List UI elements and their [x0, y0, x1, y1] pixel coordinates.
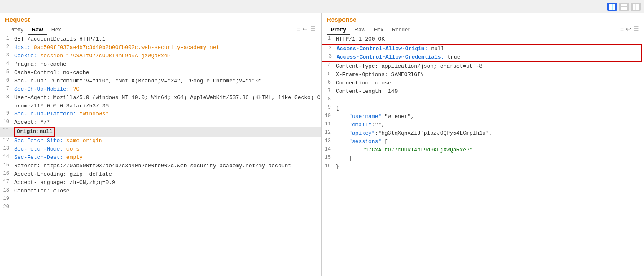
- line-number: 10: [0, 118, 13, 125]
- top-toolbar: [0, 0, 644, 13]
- line-content: Content-Type: application/json; charset=…: [334, 62, 644, 71]
- line-content: X-Frame-Options: SAMEORIGIN: [334, 71, 644, 79]
- request-tabs: Pretty Raw Hex ≡ ↩ ☰: [5, 25, 316, 35]
- table-row: 15 ]: [322, 154, 644, 163]
- line-number: 11: [322, 121, 334, 127]
- tab-response-hex[interactable]: Hex: [370, 25, 388, 35]
- request-menu-icon[interactable]: ☰: [310, 26, 316, 32]
- table-row: 3Access-Control-Allow-Credentials: true: [322, 53, 641, 61]
- request-action-icons: ≡ ↩ ☰: [297, 26, 316, 34]
- table-row: 17Accept-Language: zh-CN,zh;q=0.9: [0, 179, 321, 187]
- line-content: Accept: */*: [13, 118, 321, 127]
- response-copy-icon[interactable]: ≡: [620, 26, 624, 32]
- tab-response-render[interactable]: Render: [388, 25, 414, 35]
- table-row: 6Connection: close: [322, 79, 644, 87]
- table-row: 12Sec-Fetch-Site: same-origin: [0, 137, 321, 145]
- line-content: Sec-Fetch-Site: same-origin: [13, 137, 321, 145]
- request-wrap-icon[interactable]: ↩: [303, 26, 308, 32]
- table-row: 5X-Frame-Options: SAMEORIGIN: [322, 71, 644, 79]
- line-number: 3: [322, 53, 335, 59]
- tab-response-raw[interactable]: Raw: [350, 25, 370, 35]
- horizontal-view-icon: [621, 4, 627, 10]
- line-content: "17CxATtO77cUUkI4nF9d9ALjXWQaRxeP": [334, 146, 644, 154]
- table-row: 9{: [322, 104, 644, 112]
- table-row: 15Referer: https://0ab500ff037ae4b7c3d40…: [0, 162, 321, 170]
- response-header: Response Pretty Raw Hex Render ≡ ↩ ☰: [322, 13, 644, 35]
- line-content: Sec-Fetch-Dest: empty: [13, 153, 321, 162]
- tab-request-pretty[interactable]: Pretty: [5, 25, 28, 35]
- line-content: Sec-Ch-Ua-Platform: "Windows": [13, 110, 321, 118]
- vertical-view-icon: [633, 4, 639, 10]
- vertical-view-button[interactable]: [631, 3, 641, 11]
- line-content: "apikey":"hg3tqXqnxZiJPplazJ0QPy54LCmplh…: [334, 129, 644, 138]
- line-number: 3: [0, 52, 13, 58]
- line-number: 7: [322, 87, 334, 94]
- line-number: 16: [322, 163, 334, 169]
- table-row: 4Pragma: no-cache: [0, 60, 321, 69]
- table-row: 3Cookie: session=17CxATtO77cUUkI4nF9d9AL…: [0, 52, 321, 60]
- line-number: 2: [322, 45, 335, 51]
- line-number: 11: [0, 127, 13, 133]
- line-content: Origin:null: [13, 127, 321, 137]
- split-view-button[interactable]: [607, 3, 617, 11]
- table-row: 18Connection: close: [0, 187, 321, 195]
- line-number: 4: [0, 60, 13, 66]
- line-content: Accept-Language: zh-CN,zh;q=0.9: [13, 179, 321, 187]
- line-number: 6: [322, 79, 334, 85]
- svg-rect-2: [612, 4, 613, 10]
- table-row: 19: [0, 195, 321, 204]
- response-action-icons: ≡ ↩ ☰: [620, 26, 639, 34]
- request-code-area[interactable]: 1GET /accountDetails HTTP/1.12Host: 0ab5…: [0, 35, 321, 276]
- line-number: 9: [0, 110, 13, 116]
- response-title: Response: [327, 16, 639, 23]
- line-number: 9: [322, 104, 334, 110]
- line-number: 8: [0, 94, 13, 100]
- line-number: 18: [0, 187, 13, 193]
- table-row: 16Accept-Encoding: gzip, deflate: [0, 170, 321, 179]
- line-number: 19: [0, 195, 13, 202]
- tab-request-raw[interactable]: Raw: [28, 25, 47, 35]
- line-content: Cache-Control: no-cache: [13, 69, 321, 77]
- line-number: 17: [0, 179, 13, 185]
- line-number: 13: [0, 145, 13, 151]
- line-content: HTTP/1.1 200 OK: [334, 35, 644, 43]
- svg-rect-3: [621, 4, 627, 6]
- table-row: 5Cache-Control: no-cache: [0, 69, 321, 77]
- request-copy-icon[interactable]: ≡: [297, 26, 300, 32]
- line-number: 1: [322, 35, 334, 41]
- response-menu-icon[interactable]: ☰: [634, 26, 639, 32]
- split-view-icon: [609, 4, 615, 10]
- line-number: 10: [322, 112, 334, 119]
- line-content: Sec-Ch-Ua-Mobile: ?0: [13, 85, 321, 94]
- cors-highlight-box: 2Access-Control-Allow-Origin: null3Acces…: [322, 44, 642, 62]
- table-row: 13Sec-Fetch-Mode: cors: [0, 145, 321, 153]
- tab-request-hex[interactable]: Hex: [47, 25, 65, 35]
- table-row: 10Accept: */*: [0, 118, 321, 127]
- horizontal-view-button[interactable]: [619, 3, 629, 11]
- request-header: Request Pretty Raw Hex ≡ ↩ ☰: [0, 13, 321, 35]
- table-row: 12 "apikey":"hg3tqXqnxZiJPplazJ0QPy54LCm…: [322, 129, 644, 138]
- line-content: GET /accountDetails HTTP/1.1: [13, 35, 321, 43]
- table-row: 4Content-Type: application/json; charset…: [322, 62, 644, 71]
- line-content: Access-Control-Allow-Credentials: true: [335, 53, 641, 61]
- svg-rect-1: [613, 4, 615, 10]
- request-panel: Request Pretty Raw Hex ≡ ↩ ☰ 1GET /accou…: [0, 13, 322, 276]
- response-panel: Response Pretty Raw Hex Render ≡ ↩ ☰ 1HT…: [322, 13, 644, 276]
- line-content: {: [334, 104, 644, 112]
- table-row: 16}: [322, 163, 644, 171]
- table-row: 11Origin:null: [0, 127, 321, 137]
- line-number: 16: [0, 170, 13, 176]
- line-content: Access-Control-Allow-Origin: null: [335, 45, 641, 53]
- line-number: 15: [0, 162, 13, 168]
- line-content: User-Agent: Mozilla/5.0 (Windows NT 10.0…: [13, 94, 321, 110]
- table-row: 14 "17CxATtO77cUUkI4nF9d9ALjXWQaRxeP": [322, 146, 644, 154]
- response-wrap-icon[interactable]: ↩: [626, 26, 631, 32]
- line-content: "email":"",: [334, 121, 644, 129]
- tab-response-pretty[interactable]: Pretty: [327, 25, 350, 35]
- table-row: 6Sec-Ch-Ua: "Chromium";v="110", "Not A(B…: [0, 77, 321, 85]
- response-tabs: Pretty Raw Hex Render ≡ ↩ ☰: [327, 25, 639, 35]
- line-number: 2: [0, 43, 13, 50]
- toolbar-icon-group: [607, 3, 641, 11]
- line-content: }: [334, 163, 644, 171]
- response-code-area[interactable]: 1HTTP/1.1 200 OK2Access-Control-Allow-Or…: [322, 35, 644, 276]
